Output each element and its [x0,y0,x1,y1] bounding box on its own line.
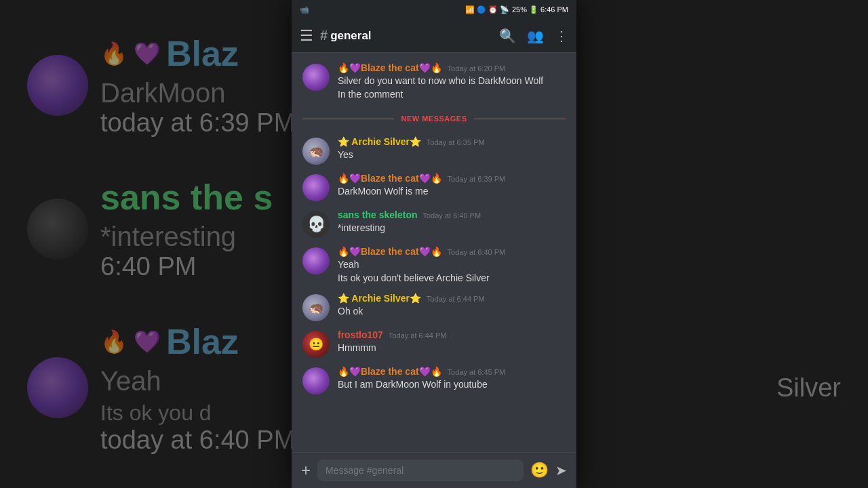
phone-frame: 📹 📶 🔵 ⏰ 📡 25% 🔋 6:46 PM ☰ # general 🔍 👥 … [292,0,576,488]
more-icon[interactable]: ⋮ [555,28,568,44]
timestamp-5: Today at 6:40 PM [448,248,506,256]
bg-avatar-sans [27,199,88,260]
message-text-1b: In the comment [338,88,566,102]
message-header-1: 🔥💜Blaze the cat💜🔥 Today at 6:20 PM [338,62,566,73]
avatar-blaze-4 [302,367,330,394]
message-row: 🦔 ⭐ Archie Silver⭐ Today at 6:44 PM Oh o… [292,289,576,325]
messages-area[interactable]: 🔥💜Blaze the cat💜🔥 Today at 6:20 PM Silve… [292,53,576,452]
message-content-5: 🔥💜Blaze the cat💜🔥 Today at 6:40 PM Yeah … [338,246,566,285]
timestamp-7: Today at 6:44 PM [389,331,447,340]
camera-icon: 📹 [300,5,309,14]
message-header-2: ⭐ Archie Silver⭐ Today at 6:35 PM [338,136,566,147]
message-text-5b: Its ok you don't believe Archie Silver [338,272,566,285]
timestamp-8: Today at 6:45 PM [448,368,506,376]
avatar-silver-1: 🦔 [302,138,330,165]
message-text-6: Oh ok [338,305,566,319]
bg-timestamp-2: 6:40 PM [100,252,273,281]
avatar-silver-2: 🦔 [302,294,330,321]
message-content-6: ⭐ Archie Silver⭐ Today at 6:44 PM Oh ok [338,293,566,321]
message-row: 🔥💜Blaze the cat💜🔥 Today at 6:45 PM But I… [292,362,576,399]
timestamp-3: Today at 6:39 PM [448,175,506,183]
message-header-6: ⭐ Archie Silver⭐ Today at 6:44 PM [338,293,566,304]
message-text-7: Hmmmm [338,342,566,355]
message-text-8: But I am DarkMoon Wolf in youtube [338,378,566,392]
username-blaze-2: 🔥💜Blaze the cat💜🔥 [338,173,442,184]
avatar-sans-1: 💀 [302,211,330,238]
username-frost-1: frostlo107 [338,329,383,340]
divider-line-right [474,119,566,119]
username-blaze-1: 🔥💜Blaze the cat💜🔥 [338,62,442,73]
bg-content-2: sans the s *interesting 6:40 PM [100,177,273,281]
emoji-button[interactable]: 🙂 [530,462,549,479]
bg-text-3: Yeah [100,366,295,396]
timestamp-6: Today at 6:44 PM [427,295,485,303]
divider-line-left [302,119,394,119]
bg-avatar-blaze-3 [27,357,88,418]
message-content-8: 🔥💜Blaze the cat💜🔥 Today at 6:45 PM But I… [338,366,566,394]
message-header-8: 🔥💜Blaze the cat💜🔥 Today at 6:45 PM [338,366,566,377]
message-text-3: DarkMoon Wolf is me [338,185,566,199]
bg-emojis-1: 🔥 💜 [100,41,161,66]
channel-hash: # [320,28,328,43]
bg-name-2: sans the s [100,177,273,218]
avatar-blaze-3 [302,247,330,274]
bg-text-1: DarkMoon [100,78,295,108]
bg-text-2: *interesting [100,222,273,252]
divider-label: NEW MESSAGES [394,115,473,123]
bg-timestamp-1: today at 6:39 PM [100,108,295,138]
bg-text-3b: Its ok you d [100,401,295,426]
bg-name-3: Blaz [166,321,239,362]
message-content-3: 🔥💜Blaze the cat💜🔥 Today at 6:39 PM DarkM… [338,173,566,201]
channel-name: # general [320,28,492,43]
status-right: 📶 🔵 ⏰ 📡 25% 🔋 6:46 PM [465,5,568,14]
channel-title: general [330,29,371,43]
bg-content-1: 🔥 💜 Blaz DarkMoon today at 6:39 PM [100,33,295,138]
message-text-4: *interesting [338,222,566,235]
message-content-7: frostlo107 Today at 6:44 PM Hmmmm [338,329,566,358]
username-sans-1: sans the skeleton [338,209,418,220]
add-button[interactable]: + [301,461,311,480]
avatar-blaze-1 [302,64,330,91]
bg-timestamp-3: today at 6:40 PM [100,426,295,455]
message-row: 🦔 ⭐ Archie Silver⭐ Today at 6:35 PM Yes [292,132,576,169]
new-messages-divider: NEW MESSAGES [292,109,576,128]
message-content-2: ⭐ Archie Silver⭐ Today at 6:35 PM Yes [338,136,566,165]
search-icon[interactable]: 🔍 [499,28,516,44]
status-left: 📹 [300,5,309,14]
username-silver-1: ⭐ Archie Silver⭐ [338,136,421,147]
message-row: 😐 frostlo107 Today at 6:44 PM Hmmmm [292,325,576,362]
send-button[interactable]: ➤ [555,462,567,479]
battery-percent: 25% 🔋 6:46 PM [512,5,568,14]
message-content-1: 🔥💜Blaze the cat💜🔥 Today at 6:20 PM Silve… [338,62,566,101]
message-input[interactable] [317,460,524,481]
input-bar: + 🙂 ➤ [292,452,576,488]
timestamp-4: Today at 6:40 PM [423,211,481,220]
timestamp-2: Today at 6:35 PM [427,138,485,146]
menu-icon[interactable]: ☰ [300,27,313,45]
username-blaze-3: 🔥💜Blaze the cat💜🔥 [338,246,442,257]
timestamp-1: Today at 6:20 PM [448,64,506,73]
bg-emojis-3: 🔥 💜 [100,329,161,354]
avatar-blaze-2 [302,174,330,201]
message-header-3: 🔥💜Blaze the cat💜🔥 Today at 6:39 PM [338,173,566,184]
message-row: 🔥💜Blaze the cat💜🔥 Today at 6:39 PM DarkM… [292,169,576,205]
avatar-frost-1: 😐 [302,331,330,358]
signal-icons: 📶 🔵 ⏰ 📡 [465,5,509,14]
header: ☰ # general 🔍 👥 ⋮ [292,19,576,53]
username-blaze-4: 🔥💜Blaze the cat💜🔥 [338,366,442,377]
message-content-4: sans the skeleton Today at 6:40 PM *inte… [338,209,566,238]
bg-name-1: Blaz [166,33,239,74]
bg-timestamp-r3: Silver [776,373,841,403]
message-header-5: 🔥💜Blaze the cat💜🔥 Today at 6:40 PM [338,246,566,257]
message-row: 🔥💜Blaze the cat💜🔥 Today at 6:20 PM Silve… [292,58,576,105]
members-icon[interactable]: 👥 [527,28,544,44]
bg-content-3: 🔥 💜 Blaz Yeah Its ok you d today at 6:40… [100,321,295,455]
message-text-1a: Silver do you want to now who is DarkMoo… [338,75,566,88]
message-text-5a: Yeah [338,258,566,272]
message-header-4: sans the skeleton Today at 6:40 PM [338,209,566,220]
message-text-2: Yes [338,148,566,162]
message-row: 💀 sans the skeleton Today at 6:40 PM *in… [292,205,576,242]
username-silver-2: ⭐ Archie Silver⭐ [338,293,421,304]
status-bar: 📹 📶 🔵 ⏰ 📡 25% 🔋 6:46 PM [292,0,576,19]
bg-avatar-blaze-1 [27,55,88,116]
